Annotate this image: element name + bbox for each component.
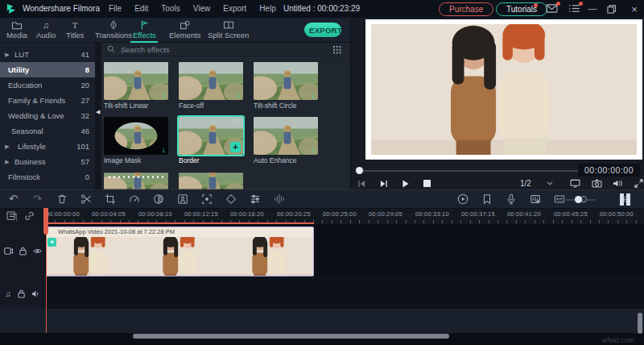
next-frame-button[interactable] [379, 180, 388, 188]
purchase-button[interactable]: Purchase [439, 2, 493, 16]
playhead-handle[interactable] [43, 208, 48, 235]
horizontal-scrollbar[interactable] [133, 334, 449, 339]
play-button[interactable] [402, 180, 410, 188]
manage-tracks-icon[interactable] [6, 211, 17, 221]
effect-card-border[interactable]: ♡ + Border [179, 117, 243, 164]
adjustment-button[interactable] [248, 193, 262, 206]
menu-export[interactable]: Export [223, 4, 246, 13]
color-correction-button[interactable] [151, 193, 165, 206]
menu-help[interactable]: Help [259, 4, 276, 13]
favorite-heart-icon[interactable]: ♡ [233, 118, 240, 127]
keyframe-button[interactable] [224, 193, 237, 206]
tab-elements[interactable]: Elements [169, 20, 201, 39]
motion-tracking-button[interactable] [175, 193, 189, 206]
panel-handle-bar-icon[interactable] [620, 193, 624, 206]
eye-visibility-icon[interactable] [33, 247, 42, 256]
undo-button[interactable]: ↶ [6, 193, 20, 206]
effect-card-image-mask[interactable]: ↓ Image Mask [104, 117, 168, 164]
preview-quality-select[interactable]: 1/2 [520, 179, 531, 188]
scene-detect-button[interactable] [200, 193, 213, 206]
tab-titles[interactable]: T Titles [66, 20, 84, 39]
audio-mixer-button[interactable] [529, 193, 543, 206]
project-title: Untitled : 00:00:23:29 [283, 4, 360, 13]
sidebar-scrollbar[interactable] [95, 43, 101, 189]
sidebar-item-education[interactable]: Education20 [0, 77, 95, 93]
tab-split-screen[interactable]: Split Screen [208, 20, 249, 39]
previous-frame-button[interactable] [357, 180, 366, 188]
snapshot-camera-icon[interactable] [592, 179, 602, 188]
menu-file[interactable]: File [109, 4, 122, 13]
redo-button[interactable]: ↷ [31, 193, 44, 206]
sidebar-item-filmstock[interactable]: Filmstock0 [0, 169, 95, 185]
download-icon[interactable]: ↓ [237, 90, 242, 98]
chevron-down-icon[interactable] [547, 181, 553, 185]
sidebar-item-utility[interactable]: Utility8 [0, 62, 95, 77]
mute-speaker-icon[interactable] [31, 289, 40, 298]
effect-thumbnail: ↓ [254, 62, 318, 100]
effect-card-face-off[interactable]: ↓ Face-off [179, 62, 243, 110]
crop-button[interactable] [103, 193, 117, 206]
sidebar-item-wedding-love[interactable]: Wedding & Love32 [0, 108, 95, 123]
effect-thumbnail: ↓ [179, 62, 243, 100]
sidebar-item-business[interactable]: ▶ Business57 [0, 154, 95, 169]
delete-button[interactable] [55, 193, 68, 206]
download-icon[interactable]: ↓ [312, 145, 316, 153]
ruler-tick: 00:00:33:10 [415, 210, 449, 218]
transitions-icon [108, 20, 119, 30]
tab-transitions[interactable]: Transitions [95, 20, 132, 39]
maximize-button[interactable] [607, 5, 616, 14]
effect-card-auto-enhance[interactable]: ↓ Auto Enhance [254, 117, 318, 164]
effect-card-tilt-shift-circle[interactable]: ↓ Tilt-shift Circle [254, 62, 318, 110]
lock-icon[interactable] [19, 247, 27, 256]
sidebar-item-lifestyle[interactable]: ▶ Lifestyle101 [0, 139, 95, 154]
effect-card-partial[interactable] [104, 172, 168, 189]
render-preview-button[interactable] [456, 193, 470, 206]
sidebar-item-lut[interactable]: ▶ LUT41 [0, 47, 95, 62]
menu-edit[interactable]: Edit [134, 4, 148, 13]
effect-thumbnail [179, 172, 243, 189]
audio-track-lane[interactable] [45, 278, 644, 309]
fullscreen-icon[interactable] [634, 179, 643, 188]
download-icon[interactable]: ↓ [162, 90, 167, 98]
effect-card-partial[interactable] [179, 172, 243, 189]
sidebar-collapse-arrow-icon[interactable]: ◀ [96, 109, 100, 115]
menu-view[interactable]: View [193, 4, 211, 13]
scrubber-track[interactable] [359, 170, 601, 172]
video-preview[interactable] [365, 19, 642, 160]
download-icon[interactable]: ↓ [312, 90, 316, 98]
scrubber-playhead[interactable] [356, 167, 363, 174]
auto-ripple-icon[interactable] [24, 211, 35, 221]
panel-handle-bar-icon[interactable] [626, 193, 630, 206]
add-effect-button[interactable]: + [230, 142, 241, 152]
timeline-zoom-handle[interactable] [575, 196, 582, 203]
menu-tools[interactable]: Tools [161, 4, 180, 13]
speed-button[interactable] [127, 193, 141, 206]
sidebar-item-seasonal[interactable]: Seasonal46 [0, 123, 95, 139]
grid-view-icon[interactable] [333, 46, 341, 54]
tab-effects[interactable]: Effects [133, 20, 156, 39]
app-title: Wondershare Filmora [23, 4, 100, 13]
tutorials-button[interactable]: Tutorials [496, 2, 547, 16]
stop-button[interactable] [423, 180, 431, 187]
export-button[interactable]: EXPORT [304, 23, 341, 37]
voiceover-mic-button[interactable] [505, 193, 518, 206]
timeline-clip[interactable]: WhatsApp Video 2021-10-08 at 7.22.28 PM … [46, 227, 314, 276]
vertical-scrollbar[interactable] [638, 313, 642, 334]
audio-wave-button[interactable] [272, 193, 286, 206]
lock-icon[interactable] [17, 289, 26, 298]
timeline-ruler[interactable]: 00:00:00:00 00:00:04:05 00:00:08:10 00:0… [0, 208, 644, 224]
sidebar-item-family-friends[interactable]: Family & Friends27 [0, 93, 95, 108]
split-scissors-button[interactable] [79, 193, 93, 206]
download-icon[interactable]: ↓ [162, 145, 167, 153]
display-device-icon[interactable] [570, 179, 580, 188]
applied-effect-badge-icon[interactable]: ✦ [47, 238, 56, 247]
minimize-button[interactable]: — [586, 3, 599, 13]
tab-media[interactable]: Media [6, 20, 27, 39]
marker-button[interactable] [481, 193, 494, 206]
close-button[interactable]: × [628, 3, 641, 15]
search-input[interactable] [119, 44, 312, 55]
volume-icon[interactable] [613, 179, 623, 188]
effect-card-tilt-shift-linear[interactable]: ↓ Tilt-shift Linear [104, 62, 168, 110]
effect-thumbnail: ↓ [254, 117, 318, 155]
tab-audio[interactable]: ♫ Audio [36, 20, 56, 39]
